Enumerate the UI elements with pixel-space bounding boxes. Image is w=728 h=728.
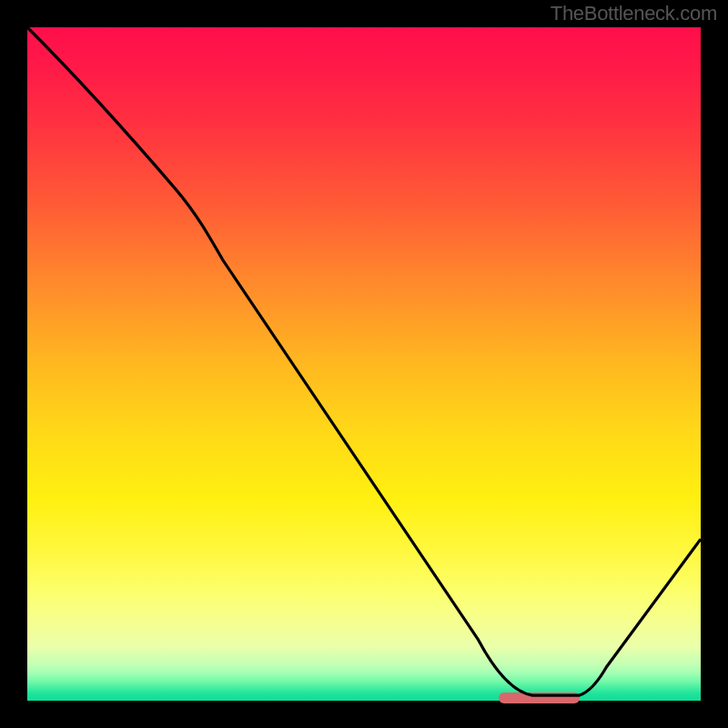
plot-area [27,27,701,701]
attribution-text: TheBottleneck.com [551,2,717,25]
performance-curve [27,27,701,701]
chart-container: TheBottleneck.com [0,0,728,728]
